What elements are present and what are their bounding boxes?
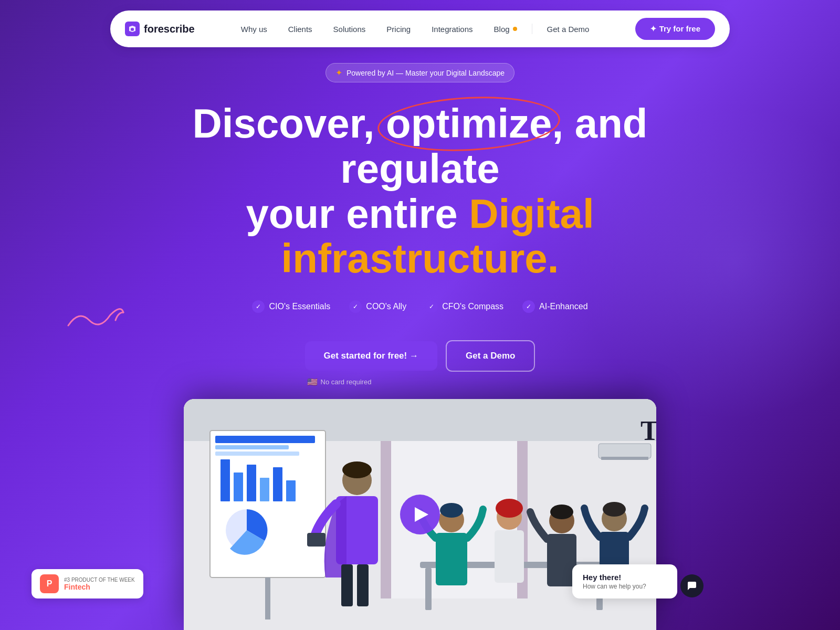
chat-widget[interactable]: Hey there! How can we help you? xyxy=(572,564,677,598)
get-started-button[interactable]: Get started for free! → xyxy=(305,341,437,371)
svg-rect-17 xyxy=(265,578,270,620)
svg-rect-23 xyxy=(357,564,369,606)
nav-blog[interactable]: Blog xyxy=(486,20,526,38)
svg-rect-14 xyxy=(273,467,282,501)
nav-why-us[interactable]: Why us xyxy=(233,20,276,38)
decorative-squiggle xyxy=(63,304,126,338)
get-demo-button[interactable]: Get a Demo xyxy=(446,340,535,372)
svg-rect-13 xyxy=(260,478,269,501)
nav-solutions[interactable]: Solutions xyxy=(325,20,374,38)
brand-name: forescribe xyxy=(144,23,195,35)
chat-greeting: Hey there! xyxy=(583,573,667,582)
svg-rect-4 xyxy=(381,441,391,598)
nav-integrations[interactable]: Integrations xyxy=(423,20,481,38)
svg-point-28 xyxy=(440,503,463,518)
svg-rect-39 xyxy=(598,444,651,458)
svg-rect-9 xyxy=(215,452,299,456)
feature-cfo: ✓ CFO's Compass xyxy=(425,300,503,313)
cta-buttons: Get started for free! → Get a Demo xyxy=(305,340,536,372)
svg-point-31 xyxy=(496,499,523,518)
svg-rect-10 xyxy=(220,459,230,501)
svg-rect-29 xyxy=(436,533,467,585)
flag-icon: 🇺🇸 xyxy=(307,377,318,387)
feature-cio: ✓ CIO's Essentials xyxy=(252,300,330,313)
powered-badge: ✦ Powered by AI — Master your Digital La… xyxy=(326,63,514,82)
ph-category: Fintech xyxy=(64,583,135,591)
try-free-button[interactable]: ✦ Try for free xyxy=(635,18,715,40)
blog-badge xyxy=(513,27,517,31)
hero-title: Discover, optimize, and regulateyour ent… xyxy=(131,101,709,281)
svg-rect-7 xyxy=(215,436,315,443)
nav-pricing[interactable]: Pricing xyxy=(378,20,419,38)
chat-icon-button[interactable] xyxy=(680,574,704,597)
svg-rect-22 xyxy=(341,564,353,606)
svg-point-37 xyxy=(603,502,626,517)
svg-text:T: T xyxy=(640,416,656,446)
ph-icon: P xyxy=(40,574,59,593)
nav-divider xyxy=(532,24,532,34)
chat-subtext: How can we help you? xyxy=(583,583,667,590)
check-icon-cio: ✓ xyxy=(252,300,265,313)
nav-demo[interactable]: Get a Demo xyxy=(539,20,598,38)
check-icon-cfo: ✓ xyxy=(425,300,438,313)
ph-text: #3 PRODUCT OF THE WEEK Fintech xyxy=(64,577,135,591)
svg-rect-40 xyxy=(601,457,648,460)
svg-point-19 xyxy=(342,461,372,478)
svg-rect-8 xyxy=(215,445,289,449)
svg-rect-21 xyxy=(307,533,326,547)
features-row: ✓ CIO's Essentials ✓ COO's Ally ✓ CFO's … xyxy=(252,300,587,313)
hero-section: ✦ Powered by AI — Master your Digital La… xyxy=(0,63,840,387)
svg-rect-11 xyxy=(234,472,243,501)
nav-links: Why us Clients Solutions Pricing Integra… xyxy=(233,20,598,38)
navbar: forescribe Why us Clients Solutions Pric… xyxy=(110,10,730,47)
svg-rect-25 xyxy=(425,568,432,610)
ph-rank: #3 PRODUCT OF THE WEEK xyxy=(64,577,135,583)
optimize-word: optimize xyxy=(386,101,552,146)
svg-rect-32 xyxy=(495,530,524,583)
title-part1: Discover, xyxy=(193,100,386,146)
check-icon-ai: ✓ xyxy=(522,300,535,313)
cta-row: Get started for free! → Get a Demo 🇺🇸 No… xyxy=(305,340,536,387)
producthunt-badge[interactable]: P #3 PRODUCT OF THE WEEK Fintech xyxy=(32,569,143,598)
logo[interactable]: forescribe xyxy=(125,22,195,36)
logo-icon xyxy=(125,22,140,36)
svg-point-34 xyxy=(550,505,573,519)
nav-clients[interactable]: Clients xyxy=(280,20,321,38)
feature-ai: ✓ AI-Enhanced xyxy=(522,300,588,313)
check-icon-coo: ✓ xyxy=(349,300,362,313)
svg-rect-15 xyxy=(286,480,296,501)
no-card-label: 🇺🇸 No card required xyxy=(307,377,372,387)
chat-bubble-icon xyxy=(687,581,697,591)
svg-rect-12 xyxy=(247,465,256,501)
feature-coo: ✓ COO's Ally xyxy=(349,300,406,313)
